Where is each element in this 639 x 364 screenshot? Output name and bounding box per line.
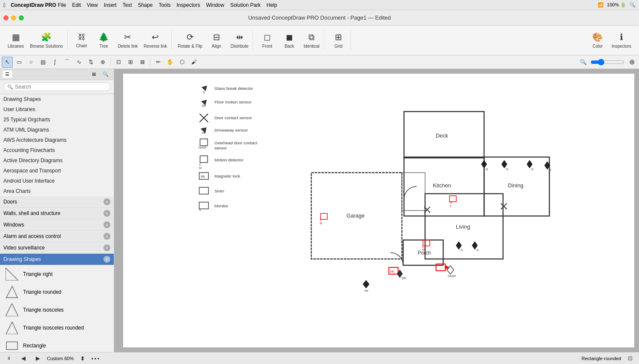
sidebar-item-aerospace[interactable]: Aerospace and Transport	[0, 166, 114, 176]
next-page-button[interactable]: ▶	[32, 353, 43, 364]
search-input[interactable]	[15, 84, 106, 90]
menu-edit[interactable]: Edit	[72, 2, 81, 8]
svg-text:G: G	[506, 168, 508, 171]
prev-page-button[interactable]: ◀	[18, 353, 29, 364]
color-button[interactable]: 🎨 Color	[587, 30, 608, 50]
sidebar-item-android[interactable]: Android User Interface	[0, 176, 114, 186]
sidebar-item-orgcharts[interactable]: 25 Typical Orgcharts	[0, 115, 114, 125]
text-tool[interactable]: ▤	[37, 57, 49, 68]
search-menubar[interactable]: 🔍	[630, 2, 636, 8]
sidebar-item-drawing-shapes[interactable]: Drawing Shapes	[0, 94, 114, 104]
menu-text[interactable]: Text	[123, 2, 132, 8]
menu-insert[interactable]: Insert	[104, 2, 117, 8]
delete-link-button[interactable]: ✂ Delete link	[115, 30, 141, 50]
sidebar-item-aws[interactable]: AWS Architecture Diagrams	[0, 135, 114, 145]
tree-button[interactable]: 🌲 Tree	[93, 30, 115, 50]
libraries-icon: ▦	[12, 32, 20, 42]
distribute-button[interactable]: ⇹ Distribute	[228, 30, 251, 50]
arc-tool[interactable]: ⌒	[61, 57, 72, 68]
section-doors-close[interactable]: ×	[104, 198, 110, 205]
inspectors-button[interactable]: ℹ Inspectors	[609, 30, 634, 50]
menu-shape[interactable]: Shape	[138, 2, 153, 8]
sidebar-item-accounting[interactable]: Accounting Flowcharts	[0, 145, 114, 155]
maximize-button[interactable]	[19, 15, 24, 20]
shape-item-triangle-rounded[interactable]: Triangle rounded	[0, 283, 114, 301]
spider-tool[interactable]: ⊕	[97, 57, 108, 68]
svg-text:Monitor: Monitor	[214, 203, 229, 208]
oval-tool[interactable]: ○	[26, 57, 37, 68]
menu-help[interactable]: Help	[267, 2, 277, 8]
menu-view[interactable]: View	[87, 2, 98, 8]
browse-solutions-button[interactable]: 🧩 Browse Solutions	[27, 30, 65, 50]
svg-text:Garage: Garage	[346, 212, 365, 219]
zoom-out-button[interactable]: 🔍	[578, 57, 589, 68]
section-walls-close[interactable]: ×	[104, 210, 110, 217]
sidebar-section-doors[interactable]: Doors ×	[0, 196, 114, 208]
sidebar-tab-list[interactable]: ☰	[3, 71, 12, 78]
grid-button[interactable]: ⊞ Grid	[328, 30, 349, 50]
shape-item-triangle-isosceles-rounded[interactable]: Triangle isosceles rounded	[0, 319, 114, 337]
menu-window[interactable]: Window	[206, 2, 225, 8]
bezier-tool[interactable]: ∿	[73, 57, 84, 68]
svg-text:sensor: sensor	[214, 146, 227, 150]
menu-solution-park[interactable]: Solution Park	[230, 2, 260, 8]
sidebar-section-video[interactable]: Video surveillance ×	[0, 242, 114, 254]
sidebar-section-alarm[interactable]: Alarm and access control ×	[0, 231, 114, 242]
rect-tool[interactable]: ▭	[14, 57, 25, 68]
section-alarm-close[interactable]: ×	[104, 233, 110, 240]
sidebar-item-active-directory[interactable]: Active Directory Diagrams	[0, 155, 114, 166]
close-button[interactable]	[3, 15, 9, 20]
svg-rect-13	[402, 172, 425, 210]
sidebar-section-walls[interactable]: Walls, shell and structure ×	[0, 208, 114, 219]
chain-button[interactable]: ⛓ Chain	[71, 31, 92, 50]
identical-button[interactable]: ⧉ Identical	[301, 31, 322, 50]
paint-tool[interactable]: 🖌	[188, 57, 199, 68]
reverse-link-button[interactable]: ↩ Reverse link	[141, 30, 170, 50]
section-drawing-close[interactable]: ×	[104, 256, 110, 263]
apple-menu[interactable]: 	[3, 2, 6, 9]
back-button[interactable]: ◼ Back	[279, 30, 300, 50]
shape-item-triangle-isosceles[interactable]: Triangle isosceles	[0, 301, 114, 319]
menu-file[interactable]: File	[58, 2, 66, 8]
canvas-paper[interactable]: Deck Kitchen Dining Garage Living Porch	[123, 73, 635, 348]
connector-tool[interactable]: ⇅	[85, 57, 96, 68]
svg-text:G: G	[461, 249, 463, 252]
front-button[interactable]: ◻ Front	[256, 30, 278, 50]
shape-item-triangle-right[interactable]: Triangle right	[0, 265, 114, 283]
curve-tool[interactable]: ∫	[49, 57, 60, 68]
sidebar-section-windows[interactable]: Windows ×	[0, 219, 114, 231]
statusbar: ⏸ ◀ ▶ Custom 60% ⬍ ▪ ▪ ▪ Rectangle round…	[0, 352, 639, 364]
auto-connect[interactable]: ⊠	[137, 57, 148, 68]
libraries-button[interactable]: ▦ Libraries	[5, 30, 26, 50]
screenshot-tool[interactable]: ⬡	[176, 57, 187, 68]
sidebar-tab-grid[interactable]: ⊞	[89, 71, 98, 78]
svg-text:C: C	[199, 163, 201, 166]
sidebar-item-atm-uml[interactable]: ATM UML Diagrams	[0, 125, 114, 135]
hand-tool[interactable]: ✋	[164, 57, 176, 68]
svg-text:Magnetic lock: Magnetic lock	[214, 174, 240, 178]
zoom-stepper[interactable]: ⬍	[77, 353, 88, 364]
select-tool[interactable]: ↖	[2, 57, 13, 68]
pause-button[interactable]: ⏸	[3, 353, 14, 364]
zoom-in-button[interactable]: ⊕	[626, 57, 637, 68]
menu-inspectors[interactable]: Inspectors	[176, 2, 200, 8]
sidebar-item-area-charts[interactable]: Area Charts	[0, 186, 114, 196]
minimize-button[interactable]	[11, 15, 16, 20]
section-video-close[interactable]: ×	[104, 244, 110, 251]
sidebar-section-drawing[interactable]: Drawing Shapes ×	[0, 254, 114, 265]
canvas-area[interactable]: Deck Kitchen Dining Garage Living Porch	[114, 69, 639, 352]
zoom-slider[interactable]	[590, 59, 625, 66]
align-button[interactable]: ⊟ Align	[206, 30, 227, 50]
smart-connect[interactable]: ⊞	[125, 57, 136, 68]
sidebar-item-user-libraries[interactable]: User Libraries	[0, 104, 114, 115]
sidebar-tab-search[interactable]: 🔍	[100, 71, 111, 78]
connect-tool[interactable]: ⊡	[113, 57, 124, 68]
section-windows-close[interactable]: ×	[104, 221, 110, 228]
shape-item-rectangle[interactable]: Rectangle	[0, 337, 114, 352]
titlebar: Unsaved ConceptDraw PRO Document - Page1…	[0, 10, 639, 26]
pen-tool[interactable]: ✏	[153, 57, 164, 68]
fit-page-button[interactable]: ⊡	[625, 353, 636, 364]
svg-text:V: V	[199, 209, 201, 212]
rotate-flip-button[interactable]: ⟳ Rotate & Flip	[175, 30, 205, 50]
menu-tools[interactable]: Tools	[158, 2, 170, 8]
